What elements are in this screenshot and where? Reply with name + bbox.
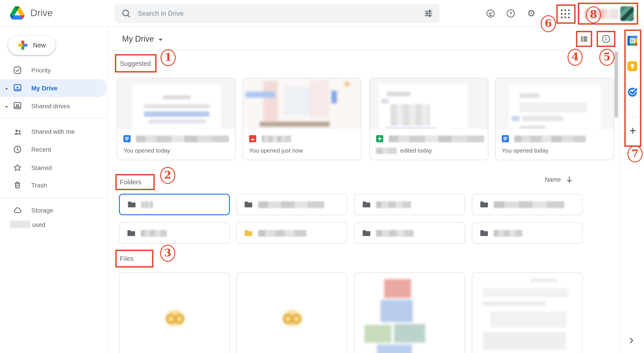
list-view-toggle-icon[interactable] [579, 34, 589, 44]
file-tile[interactable] [119, 272, 230, 353]
suggested-card[interactable]: You opened today [495, 78, 614, 160]
suggested-card[interactable]: You opened just now [242, 78, 361, 160]
chevron-down-icon[interactable] [158, 38, 163, 42]
expand-arrow-icon[interactable]: ▸ [6, 104, 10, 109]
top-app-bar: Drive [0, 0, 644, 27]
folder-tile[interactable] [472, 222, 583, 244]
file-status: You opened today [502, 147, 548, 154]
chevron-right-icon[interactable] [628, 337, 635, 344]
file-thumbnail [117, 78, 235, 129]
file-tile[interactable] [354, 272, 465, 353]
folder-icon [126, 229, 136, 237]
details-info-icon[interactable] [601, 34, 611, 44]
storage-usage-line: used [0, 221, 107, 230]
sidebar-item-starred[interactable]: Starred [0, 159, 107, 177]
folder-icon [480, 201, 488, 208]
star-icon [13, 163, 22, 172]
storage-used-label: used [32, 221, 46, 228]
folder-name-blurred [258, 201, 324, 208]
editor-name-blurred [376, 147, 397, 154]
google-sheet-icon [376, 135, 383, 142]
storage-amount-blurred [10, 221, 30, 228]
file-status: You opened just now [249, 147, 303, 154]
card-footer: You opened today [496, 129, 614, 160]
sidebar-item-storage[interactable]: Storage [0, 201, 107, 219]
sidebar-item-trash[interactable]: Trash [0, 176, 107, 194]
help-icon[interactable]: ? [506, 9, 516, 18]
suggested-card[interactable]: You opened today [117, 78, 236, 160]
account-name-blurred [584, 9, 618, 19]
search-bar[interactable] [114, 4, 440, 23]
shared-drives-icon [13, 102, 22, 111]
search-input[interactable] [137, 9, 424, 18]
google-calendar-icon[interactable]: 31 [628, 36, 637, 46]
file-status: You opened today [124, 147, 170, 154]
folder-icon [127, 201, 136, 208]
sidebar-item-label: Priority [31, 67, 51, 74]
card-footer: edited today [370, 129, 488, 160]
offline-ready-icon[interactable] [486, 9, 496, 18]
breadcrumb-my-drive[interactable]: My Drive [122, 35, 154, 44]
svg-text:?: ? [509, 11, 512, 16]
annotation-number-1: 1 [160, 49, 176, 66]
drive-logo-icon [10, 6, 24, 20]
folder-tile[interactable] [236, 194, 347, 215]
sidebar-divider [0, 118, 107, 119]
priority-check-icon [13, 66, 22, 75]
vertical-scrollbar[interactable] [614, 52, 618, 118]
new-button-label: New [33, 42, 46, 49]
file-title-blurred [136, 135, 229, 142]
folder-icon [362, 229, 371, 237]
folder-tile[interactable] [236, 222, 347, 244]
pretzel-photo-thumbnail [280, 308, 304, 329]
drive-home-link[interactable]: Drive [10, 6, 53, 20]
folder-tile[interactable] [119, 222, 230, 244]
annotation-number-3: 3 [160, 245, 175, 262]
folder-tile[interactable] [354, 194, 465, 215]
folder-tile[interactable] [119, 194, 230, 215]
svg-text:31: 31 [630, 39, 634, 43]
google-tasks-icon[interactable] [628, 86, 638, 97]
google-apps-grid-icon[interactable] [561, 10, 570, 18]
sidebar-item-recent[interactable]: Recent [0, 141, 107, 158]
sidebar-item-priority[interactable]: Priority [0, 61, 107, 79]
google-keep-icon[interactable] [628, 61, 637, 71]
account-switcher[interactable] [580, 4, 636, 23]
new-button[interactable]: New [8, 35, 56, 55]
suggested-card[interactable]: edited today [370, 78, 488, 160]
google-doc-icon [124, 135, 130, 142]
side-panel-divider [620, 26, 620, 353]
folder-icon [244, 201, 253, 208]
add-addon-button[interactable]: + [627, 125, 639, 136]
google-doc-icon [502, 135, 509, 142]
folder-name-blurred [494, 201, 564, 208]
sidebar-item-shared-drives[interactable]: ▸ Shared drives [0, 97, 107, 115]
folder-tile[interactable] [354, 222, 465, 244]
search-icon [122, 9, 130, 18]
folder-tile[interactable] [472, 194, 583, 215]
settings-gear-icon[interactable]: ⚙ [526, 9, 536, 18]
file-title-blurred [514, 135, 586, 142]
sort-control[interactable]: Name [545, 176, 572, 183]
file-tile[interactable] [472, 272, 583, 353]
shared-folder-icon [244, 229, 253, 237]
annotation-number-2: 2 [160, 167, 175, 184]
sidebar-item-shared-with-me[interactable]: Shared with me [0, 123, 107, 141]
sort-by-name-label: Name [545, 176, 561, 183]
folder-name-blurred [141, 230, 167, 236]
left-navigation: New Priority ▸ My Drive [0, 26, 108, 353]
sidebar-item-label: My Drive [31, 85, 58, 92]
sidebar-item-label: Shared drives [31, 103, 70, 110]
diagram-thumbnail [355, 273, 465, 353]
annotation-number-5: 5 [599, 49, 614, 66]
sidebar-item-my-drive[interactable]: ▸ My Drive [0, 79, 107, 97]
card-footer: You opened today [117, 129, 235, 160]
folder-icon [362, 201, 371, 208]
sidebar-item-label: Starred [31, 164, 52, 171]
avatar[interactable] [620, 6, 634, 21]
toolbar-divider [107, 50, 620, 51]
tune-filters-icon[interactable] [424, 9, 432, 17]
annotation-number-7: 7 [628, 145, 643, 162]
expand-arrow-icon[interactable]: ▸ [6, 86, 10, 91]
file-tile[interactable] [236, 272, 347, 353]
